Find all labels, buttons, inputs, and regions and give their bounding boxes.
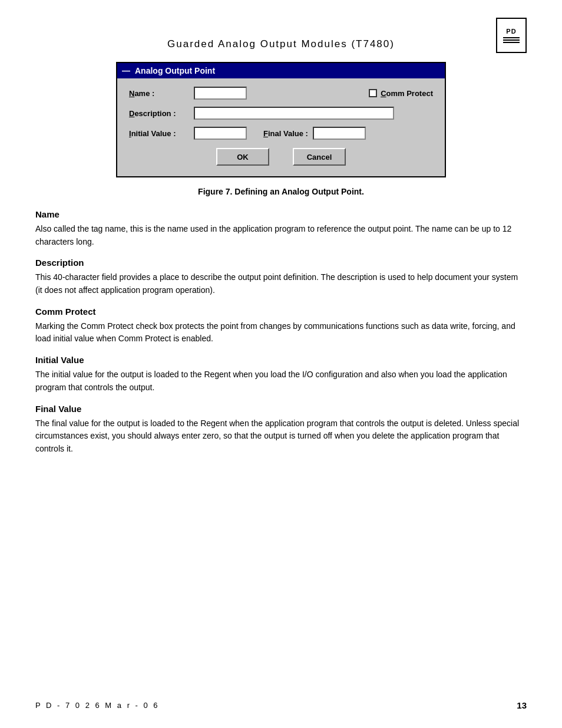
description-row: Description : [129, 107, 433, 120]
dialog-body: Name : Comm Protect Description : [117, 78, 445, 176]
buttons-row: OK Cancel [129, 148, 433, 166]
dialog-titlebar: — Analog Output Point [117, 63, 445, 78]
section-final-value: Final Value The final value for the outp… [35, 404, 527, 456]
name-input[interactable] [194, 87, 247, 100]
section-name-body: Also called the tag name, this is the na… [35, 223, 527, 248]
pd-icon-lines [503, 37, 520, 43]
section-comm-protect-body: Marking the Comm Protect check box prote… [35, 320, 527, 345]
section-comm-protect: Comm Protect Marking the Comm Protect ch… [35, 307, 527, 345]
comm-protect-label: Comm Protect [381, 89, 433, 98]
content-sections: Name Also called the tag name, this is t… [35, 209, 527, 456]
section-name: Name Also called the tag name, this is t… [35, 209, 527, 248]
name-label: Name : [129, 89, 194, 98]
pd-icon-line2 [503, 39, 520, 41]
values-row: Initial Value : Final Value : [129, 127, 433, 140]
footer-left: P D - 7 0 2 6 M a r - 0 6 [35, 701, 160, 710]
initial-value-input[interactable] [194, 127, 247, 140]
pd-icon-line1 [503, 37, 520, 38]
title-icon: — [122, 66, 130, 75]
section-initial-value: Initial Value The initial value for the … [35, 355, 527, 394]
ok-button[interactable]: OK [216, 148, 269, 166]
cancel-button[interactable]: Cancel [293, 148, 346, 166]
dialog-wrapper: — Analog Output Point Name : Comm Protec… [35, 62, 527, 177]
page-title: Guarded Analog Output Modules (T7480) [167, 18, 395, 50]
section-description: Description This 40-character field prov… [35, 258, 527, 297]
comm-protect-area: Comm Protect [369, 89, 433, 98]
section-final-value-body: The final value for the output is loaded… [35, 417, 527, 456]
section-comm-protect-heading: Comm Protect [35, 307, 527, 317]
header-area: Guarded Analog Output Modules (T7480) PD [35, 18, 527, 50]
page-footer: P D - 7 0 2 6 M a r - 0 6 13 [35, 700, 527, 710]
dialog-box: — Analog Output Point Name : Comm Protec… [116, 62, 446, 177]
description-input[interactable] [194, 107, 394, 120]
section-name-heading: Name [35, 209, 527, 219]
initial-value-label: Initial Value : [129, 129, 194, 138]
comm-protect-checkbox[interactable] [369, 89, 377, 97]
section-final-value-heading: Final Value [35, 404, 527, 414]
pd-icon: PD [496, 18, 527, 53]
pd-icon-text: PD [506, 28, 516, 35]
final-value-label: Final Value : [263, 129, 308, 138]
section-description-heading: Description [35, 258, 527, 268]
section-description-body: This 40-character field provides a place… [35, 271, 527, 297]
section-initial-value-heading: Initial Value [35, 355, 527, 365]
section-initial-value-body: The initial value for the output is load… [35, 368, 527, 394]
dialog-title: Analog Output Point [135, 66, 215, 75]
name-row: Name : Comm Protect [129, 87, 433, 100]
figure-caption: Figure 7. Defining an Analog Output Poin… [35, 187, 527, 196]
description-label: Description : [129, 109, 194, 118]
pd-icon-line3 [503, 42, 520, 43]
footer-right: 13 [517, 700, 527, 710]
final-value-input[interactable] [313, 127, 366, 140]
